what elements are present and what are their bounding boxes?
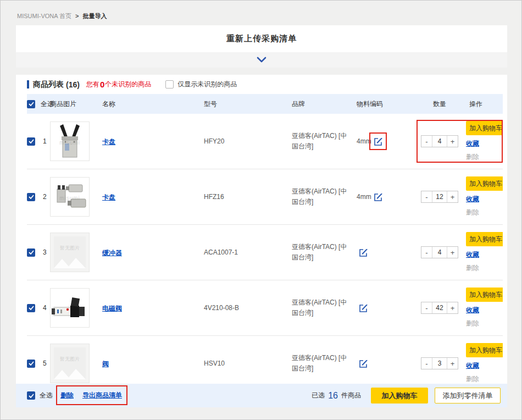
add-to-cart-button[interactable]: 加入购物车 — [466, 343, 503, 357]
product-photo-gripper: misumi — [51, 122, 89, 161]
row-actions: 加入购物车 收藏 删除 — [465, 121, 503, 162]
delete-link[interactable]: 删除 — [466, 374, 479, 384]
material-code-cell: 4mm — [357, 137, 414, 146]
table-row: 5 misumi — [27, 336, 503, 384]
upload-header: 重新上传采购清单 — [16, 25, 507, 52]
add-to-parts-list-button[interactable]: 添加到零件清单 — [435, 388, 501, 404]
quantity-cell: - 3 + — [414, 357, 465, 369]
material-code-cell — [357, 359, 414, 368]
quantity-increase-button[interactable]: + — [447, 191, 458, 202]
row-actions: 加入购物车 收藏 删除 — [465, 343, 503, 384]
footer-add-to-cart-button[interactable]: 加入购物车 — [371, 388, 428, 404]
material-code-cell — [357, 303, 414, 313]
quantity-increase-button[interactable]: + — [447, 247, 458, 258]
add-to-cart-button[interactable]: 加入购物车 — [466, 176, 503, 191]
quantity-stepper: - 12 + — [421, 191, 458, 203]
quantity-decrease-button[interactable]: - — [421, 247, 432, 258]
edit-material-code-icon[interactable] — [359, 359, 368, 368]
row-index: 2 — [38, 193, 50, 201]
footer-export-link[interactable]: 导出商品清单 — [82, 391, 122, 400]
row-actions: 加入购物车 收藏 删除 — [465, 288, 503, 328]
product-image: misumi misumi — [50, 121, 90, 161]
material-code-value: 4mm — [357, 137, 371, 145]
quantity-decrease-button[interactable]: - — [421, 302, 432, 313]
quantity-decrease-button[interactable]: - — [421, 191, 432, 202]
row-checkbox[interactable] — [27, 137, 35, 146]
table-row: 4 misumi — [27, 280, 503, 336]
column-image: 商品图片 — [50, 100, 102, 109]
product-name-link[interactable]: 缓冲器 — [102, 249, 122, 257]
product-name-link[interactable]: 电磁阀 — [102, 305, 122, 312]
product-name-link[interactable]: 卡盘 — [102, 138, 115, 146]
quantity-decrease-button[interactable]: - — [421, 136, 432, 147]
breadcrumb-home-link[interactable]: MISUMI-VONA 首页 — [17, 13, 71, 19]
filter-unrecognized[interactable]: 仅显示未识别的商品 — [165, 80, 237, 89]
quantity-cell: - 4 + — [414, 135, 465, 147]
quantity-cell: - 12 + — [414, 191, 465, 203]
selected-summary: 已选 16 件商品 — [312, 391, 361, 401]
edit-material-code-icon[interactable] — [374, 137, 383, 146]
select-all-checkbox[interactable] — [27, 100, 35, 108]
edit-material-code-icon[interactable] — [359, 303, 368, 313]
quantity-increase-button[interactable]: + — [447, 136, 458, 147]
add-to-cart-button[interactable]: 加入购物车 — [466, 232, 503, 246]
row-checkbox[interactable] — [27, 193, 35, 201]
quantity-value[interactable]: 42 — [432, 302, 447, 313]
table-row: 1 misumi — [27, 114, 503, 169]
quantity-stepper: - 3 + — [421, 357, 458, 369]
list-footer: 全选 删除 导出商品清单 已选 16 件商品 加入购物车 添加到零件清单 — [16, 384, 507, 407]
delete-link[interactable]: 删除 — [466, 319, 479, 328]
product-image: misumi misumi — [50, 344, 90, 383]
product-brand: 亚德客(AirTAC) [中国台湾] — [292, 242, 357, 262]
quantity-value[interactable]: 4 — [432, 136, 447, 147]
quantity-value[interactable]: 4 — [432, 247, 447, 258]
add-to-cart-button[interactable]: 加入购物车 — [466, 288, 503, 302]
row-index: 3 — [38, 248, 50, 256]
table-row: 3 misumi — [27, 225, 503, 280]
favorite-link[interactable]: 收藏 — [466, 306, 479, 315]
edit-material-code-icon[interactable] — [359, 248, 368, 257]
product-image: misumi misumi — [50, 177, 90, 217]
quantity-value[interactable]: 12 — [432, 191, 447, 202]
product-model: HSV10 — [204, 360, 292, 367]
column-material-code: 物料编码 — [357, 100, 414, 109]
row-checkbox[interactable] — [27, 360, 35, 368]
favorite-link[interactable]: 收藏 — [466, 361, 479, 371]
row-checkbox[interactable] — [27, 248, 35, 257]
product-model: 4V210-08-B — [204, 304, 292, 312]
quantity-stepper: - 42 + — [421, 302, 458, 314]
quantity-increase-button[interactable]: + — [447, 302, 458, 313]
unrecognized-notice: 您有0个未识别的商品 — [86, 80, 151, 89]
delete-link[interactable]: 删除 — [466, 263, 479, 273]
quantity-cell: - 4 + — [414, 246, 465, 258]
favorite-link[interactable]: 收藏 — [466, 195, 479, 204]
product-name-link[interactable]: 卡盘 — [102, 194, 115, 201]
delete-link[interactable]: 删除 — [466, 152, 479, 162]
favorite-link[interactable]: 收藏 — [466, 250, 479, 259]
material-code-value: 4mm — [357, 193, 371, 201]
product-rows: 1 misumi — [27, 114, 503, 384]
edit-material-code-icon[interactable] — [374, 192, 383, 202]
filter-checkbox[interactable] — [165, 80, 174, 89]
quantity-stepper: - 4 + — [421, 246, 458, 258]
material-code-cell — [357, 248, 414, 257]
row-index: 5 — [38, 360, 50, 367]
product-name-link[interactable]: 阀 — [102, 360, 109, 368]
title-accent-bar — [27, 80, 29, 89]
add-to-cart-button[interactable]: 加入购物车 — [466, 121, 503, 135]
product-brand: 亚德客(AirTAC) [中国台湾] — [292, 131, 357, 151]
breadcrumb: MISUMI-VONA 首页>批量导入 — [17, 12, 107, 20]
row-checkbox[interactable] — [27, 304, 35, 312]
footer-delete-link[interactable]: 删除 — [60, 391, 74, 400]
chevron-down-icon — [257, 55, 266, 65]
delete-link[interactable]: 删除 — [466, 208, 479, 217]
list-title-row: 商品列表 (16) 您有0个未识别的商品 仅显示未识别的商品 — [16, 75, 507, 94]
quantity-decrease-button[interactable]: - — [421, 358, 432, 369]
product-photo-valve — [51, 289, 89, 327]
no-image-placeholder: 暂无图片 — [51, 233, 89, 272]
collapse-toggle[interactable] — [16, 52, 507, 68]
footer-select-all-checkbox[interactable] — [27, 391, 35, 400]
favorite-link[interactable]: 收藏 — [466, 139, 479, 148]
quantity-value[interactable]: 3 — [432, 358, 447, 369]
quantity-increase-button[interactable]: + — [447, 358, 458, 369]
